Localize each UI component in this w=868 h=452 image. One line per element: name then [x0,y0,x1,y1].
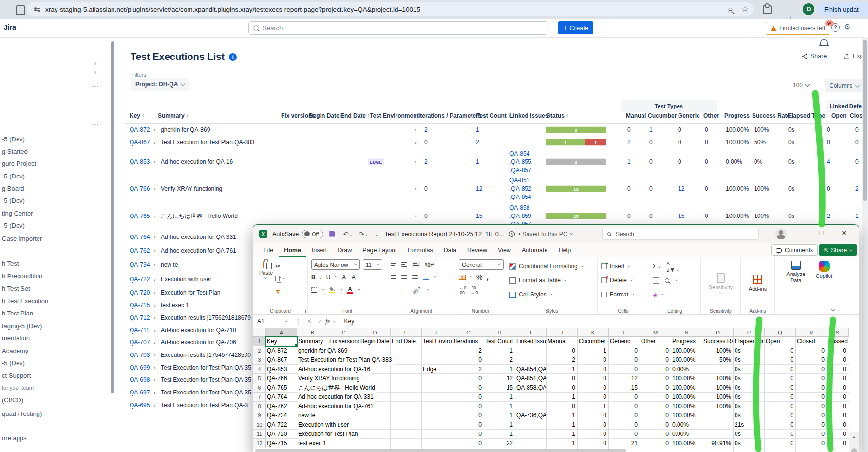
cell-H9[interactable]: 1 [484,411,513,420]
cell-B2[interactable]: gherkin for QA-869 [298,346,349,355]
cell-P1[interactable]: Elapsed Time [735,337,764,346]
expand-row-icon[interactable]: › [154,339,156,345]
cell-C1[interactable]: Fix versions [329,337,359,346]
cell-K12[interactable]: 0 [578,439,606,448]
cell-R9[interactable]: 0 [796,411,825,420]
issue-key-link[interactable]: QA-722 [130,276,150,283]
decrease-indent-icon[interactable] [391,289,396,291]
cell-P9[interactable]: 0s [735,411,741,420]
cell-D1[interactable]: Begin Date [360,337,390,346]
column-header-iter[interactable]: Iterations / Parameters▲▼ [418,112,486,123]
ribbon-tab-insert[interactable]: Insert [306,243,332,257]
test-count-value[interactable]: 1 [476,158,479,165]
issue-key-link[interactable]: QA-711 [130,327,149,334]
expand-row-icon[interactable]: › [154,234,156,240]
row-header-6[interactable]: 6 [253,383,266,393]
browser-profile-avatar[interactable]: D [803,3,814,15]
help-icon[interactable]: ? [831,23,840,32]
column-header-K[interactable]: K [578,328,609,337]
cell-N7[interactable]: 100.00% [672,393,695,402]
cell-N2[interactable]: 100.00% [672,346,695,355]
cell-K5[interactable]: 0 [578,374,606,383]
cell-G8[interactable]: 0 [453,402,482,411]
cell-A5[interactable]: QA-766 [267,374,287,383]
cell-O7[interactable]: 100% [702,393,731,402]
cell-O2[interactable]: 100% [702,346,731,355]
cell-P12[interactable]: 0s [735,439,741,448]
cell-S12[interactable]: 0 [827,439,846,448]
issue-key-link[interactable]: QA-703 [130,352,150,358]
cell-N3[interactable]: 100.00% [672,355,695,365]
cell-I4[interactable]: QA-854,QA-855,QA-857 [516,365,546,374]
cell-S2[interactable]: 0 [827,346,846,355]
share-button[interactable]: Share [801,53,827,59]
column-header-F[interactable]: F [422,328,453,337]
cell-K10[interactable]: 0 [578,420,606,430]
cell-H10[interactable]: 1 [484,420,513,430]
cell-L8[interactable]: 0 [609,402,638,411]
row-header-4[interactable]: 4 [253,365,266,374]
borders-button[interactable] [311,287,317,293]
expand-row-icon[interactable]: › [154,159,156,165]
cell-B10[interactable]: Execution with user [298,420,350,430]
cell-I5[interactable]: QA-851,QA-852,QA-854 [516,374,546,383]
copy-button[interactable] [275,274,285,284]
column-header-O[interactable]: O [702,328,734,337]
test-count-value[interactable]: 15 [476,213,482,219]
cell-L5[interactable]: 12 [609,374,638,383]
ribbon-tab-data[interactable]: Data [438,243,462,257]
collapse-ribbon-icon[interactable] [831,307,835,311]
expand-row-icon[interactable]: › [154,290,156,295]
wrap-text-icon[interactable]: ab̲↩ [425,262,434,267]
cell-L4[interactable]: 0 [609,365,638,374]
cell-K7[interactable]: 0 [578,393,606,402]
cell-N5[interactable]: 100.00% [672,374,695,383]
cell-R4[interactable]: 0 [796,365,825,374]
cell-P6[interactable]: 0s [735,383,741,393]
delete-cells-button[interactable]: Delete [601,275,634,286]
column-header-B[interactable]: B [297,328,328,337]
format-painter-button[interactable] [275,286,285,296]
cell-M8[interactable]: 0 [640,402,669,411]
column-header-J[interactable]: J [547,328,578,337]
copilot-button[interactable]: Copilot [813,259,835,281]
cell-H8[interactable]: 1 [484,402,513,411]
cell-Q9[interactable]: 0 [765,411,793,420]
ribbon-tab-view[interactable]: View [492,243,516,257]
cell-H1[interactable]: Test Count [485,337,514,346]
cell-K11[interactable]: 0 [578,430,606,439]
cell-Q8[interactable]: 0 [765,402,793,411]
cell-B4[interactable]: Ad-hoc execution for QA-16 [298,365,372,374]
expand-row-icon[interactable]: › [154,248,156,254]
cell-N4[interactable]: 0.00% [672,365,689,374]
column-header-elapsed[interactable]: Elapsed Time [788,112,825,123]
cell-I6[interactable]: QA-858,QA-859 [516,383,546,393]
cell-R11[interactable]: 0 [796,430,825,439]
cell-P10[interactable]: 21s [735,420,744,430]
issue-key-link[interactable]: QA-695 [130,402,150,409]
row-header-3[interactable]: 3 [253,355,266,365]
cell-O12[interactable]: 90.91% [702,439,731,448]
cell-G11[interactable]: 0 [453,430,482,439]
issue-key-link[interactable]: QA-707 [130,339,150,346]
cell-Q7[interactable]: 0 [765,393,793,402]
cell-L12[interactable]: 21 [609,439,638,448]
cell-K2[interactable]: 1 [578,346,606,355]
cell-P11[interactable]: 0s [735,430,741,439]
sidebar-expand-icon[interactable]: › [94,59,96,67]
cell-F1[interactable]: Test Environment [423,337,452,346]
cell-S3[interactable]: 0 [827,355,846,365]
cell-A9[interactable]: QA-734 [267,411,287,420]
expand-row-icon[interactable]: › [154,327,156,333]
bookmark-star-icon[interactable]: ☆ [741,5,749,13]
cell-G7[interactable]: 0 [453,393,482,402]
saved-state[interactable]: • Saved to this PC [518,231,567,237]
test-count-value[interactable]: 2 [476,139,479,146]
enter-icon[interactable]: ✓ [318,318,322,325]
cell-K4[interactable]: 0 [578,365,606,374]
sidebar-item[interactable]: ore apps [2,434,27,442]
cell-B11[interactable]: Execution for Test Plan [298,430,359,439]
fx-icon[interactable]: fx [325,317,330,325]
project-filter-chip[interactable]: Project: DH-QA [131,78,189,91]
ribbon-tab-review[interactable]: Review [462,243,492,257]
